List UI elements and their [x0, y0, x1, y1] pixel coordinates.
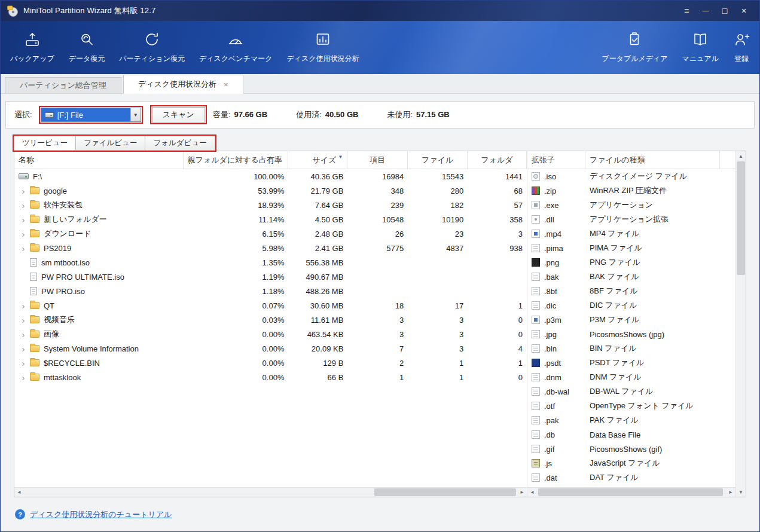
ext-row[interactable]: .dllアプリケーション拡張: [527, 212, 735, 227]
file-type: PIMA ファイル: [585, 241, 720, 255]
expand-chevron-icon[interactable]: ›: [19, 373, 28, 382]
ext-row[interactable]: .pakPAK ファイル: [527, 413, 735, 427]
horizontal-scrollbar-thumb[interactable]: [374, 488, 516, 496]
ext-row[interactable]: .8bf8BF ファイル: [527, 284, 735, 298]
column-header-items[interactable]: 項目: [347, 151, 408, 169]
expand-chevron-icon[interactable]: ›: [19, 230, 28, 239]
tree-row[interactable]: ›视频音乐0.03%11.61 MB330: [14, 313, 527, 327]
vertical-scrollbar-thumb[interactable]: [737, 161, 745, 275]
tree-row[interactable]: F:\100.00%40.36 GB16984155431441: [14, 169, 527, 184]
files-count: 17: [408, 298, 468, 313]
scroll-left-icon[interactable]: ◄: [527, 488, 537, 497]
horizontal-scrollbar-left[interactable]: ◄ ►: [14, 487, 527, 497]
tree-row[interactable]: ›System Volume Information0.00%20.09 KB7…: [14, 341, 527, 356]
toolbar-backup[interactable]: バックアップ: [3, 21, 62, 74]
expand-chevron-icon[interactable]: ›: [19, 301, 28, 310]
tab-close-icon[interactable]: ×: [224, 81, 228, 88]
tab-partition-management[interactable]: パーティション総合管理: [5, 77, 121, 93]
tree-row[interactable]: ›google53.99%21.79 GB34828068: [14, 184, 527, 198]
close-button[interactable]: ×: [734, 3, 753, 19]
ext-row[interactable]: .binBIN ファイル: [527, 341, 735, 356]
tree-row[interactable]: ›mttasklook0.00%66 B110: [14, 370, 527, 384]
ext-row[interactable]: .zipWinRAR ZIP 圧縮文件: [527, 184, 735, 198]
tree-row[interactable]: ›软件安装包18.93%7.64 GB23918257: [14, 198, 527, 212]
scan-button[interactable]: スキャン: [152, 107, 205, 123]
drive-select[interactable]: [F:] File ▼: [41, 108, 141, 122]
scroll-right-icon[interactable]: ►: [517, 488, 527, 497]
ext-row[interactable]: .p3mP3M ファイル: [527, 313, 735, 327]
toolbar-register[interactable]: 登録: [726, 21, 757, 74]
expand-chevron-icon[interactable]: ›: [19, 186, 28, 195]
ext-row[interactable]: .jsJavaScript ファイル: [527, 456, 735, 470]
ext-row[interactable]: .jpgPicosmosShows (jpg): [527, 327, 735, 341]
expand-chevron-icon[interactable]: ›: [19, 359, 28, 368]
column-header-files[interactable]: ファイル: [408, 151, 468, 169]
ext-row[interactable]: .isoディスクイメージ ファイル: [527, 169, 735, 184]
scroll-down-icon[interactable]: ▼: [736, 487, 746, 497]
ext-row[interactable]: .dbData Base File: [527, 427, 735, 442]
tree-row[interactable]: ›PS20195.98%2.41 GB57754837938: [14, 241, 527, 255]
column-header-size[interactable]: サイズ▼: [288, 151, 347, 169]
files-count: 3: [408, 327, 468, 341]
ext-table-body: .isoディスクイメージ ファイル.zipWinRAR ZIP 圧縮文件.exe…: [527, 169, 735, 487]
ext-row[interactable]: .dnmDNM ファイル: [527, 370, 735, 384]
tree-row[interactable]: ›ダウンロード6.15%2.48 GB26233: [14, 227, 527, 241]
tree-row[interactable]: ›sm mtboot.iso1.35%556.38 MB: [14, 255, 527, 270]
generic-file-icon: [532, 287, 540, 295]
toolbar-data-recovery[interactable]: データ復元: [62, 21, 112, 74]
tree-row[interactable]: ›新しいフォルダー11.14%4.50 GB1054810190358: [14, 212, 527, 227]
maximize-button[interactable]: □: [715, 3, 734, 19]
toolbar-manual[interactable]: マニュアル: [675, 21, 726, 74]
combo-dropdown-icon[interactable]: ▼: [130, 108, 141, 121]
ext-row[interactable]: .mp4MP4 ファイル: [527, 227, 735, 241]
tab-disk-usage-analysis[interactable]: ディスク使用状況分析 ×: [123, 75, 243, 94]
ext-row[interactable]: .gifPicosmosShows (gif): [527, 442, 735, 456]
expand-chevron-icon[interactable]: ›: [19, 215, 28, 224]
tab-file-view[interactable]: ファイルビュー: [75, 136, 145, 151]
expand-chevron-icon[interactable]: ›: [19, 244, 28, 253]
ext-row[interactable]: .exeアプリケーション: [527, 198, 735, 212]
tree-row[interactable]: ›PW PRO ULTIMATE.iso1.19%490.67 MB: [14, 270, 527, 284]
tab-tree-view[interactable]: ツリービュー: [14, 136, 75, 151]
unused-value: 57.15 GB: [416, 110, 450, 119]
ext-row[interactable]: .datDAT ファイル: [527, 470, 735, 485]
menu-icon[interactable]: ≡: [677, 3, 696, 19]
column-header-file-type[interactable]: ファイルの種類: [585, 151, 720, 169]
ext-row[interactable]: .psdtPSDT ファイル: [527, 356, 735, 370]
ext-row[interactable]: .db-walDB-WAL ファイル: [527, 384, 735, 399]
ext-row[interactable]: .otfOpenType フォント ファイル: [527, 399, 735, 413]
toolbar-disk-analysis[interactable]: ディスク使用状況分析: [279, 21, 366, 74]
tab-folder-view[interactable]: フォルダビュー: [145, 136, 215, 151]
scroll-right-icon[interactable]: ►: [726, 488, 735, 497]
ext-row[interactable]: .dicDIC ファイル: [527, 298, 735, 313]
ext-row[interactable]: .pimaPIMA ファイル: [527, 241, 735, 255]
horizontal-scrollbar-thumb[interactable]: [538, 488, 723, 496]
column-header-folders[interactable]: フォルダ: [468, 151, 527, 169]
item-size: 40.36 GB: [288, 169, 347, 184]
horizontal-scrollbar-right[interactable]: ◄ ►: [527, 487, 735, 497]
expand-chevron-icon[interactable]: ›: [19, 201, 28, 210]
toolbar-bootable-media[interactable]: ブータブルメディア: [594, 21, 674, 74]
expand-chevron-icon[interactable]: ›: [19, 316, 28, 325]
files-count: 3: [408, 313, 468, 327]
tree-row[interactable]: ›$RECYCLE.BIN0.00%129 B211: [14, 356, 527, 370]
column-header-percent-of-parent[interactable]: 親フォルダに対する占有率: [184, 151, 289, 169]
folder-icon: [30, 302, 39, 309]
scroll-up-icon[interactable]: ▲: [736, 151, 746, 161]
folders-count: 1441: [468, 169, 527, 184]
tree-row[interactable]: ›QT0.07%30.60 MB18171: [14, 298, 527, 313]
tree-row[interactable]: ›画像0.00%463.54 KB330: [14, 327, 527, 341]
scroll-left-icon[interactable]: ◄: [14, 488, 24, 497]
column-header-extension[interactable]: 拡張子: [527, 151, 585, 169]
expand-chevron-icon[interactable]: ›: [19, 344, 28, 353]
column-header-name[interactable]: 名称: [14, 151, 184, 169]
tutorial-link[interactable]: ディスク使用状況分析のチュートリアル: [30, 509, 172, 520]
expand-chevron-icon[interactable]: ›: [19, 330, 28, 339]
tree-row[interactable]: ›PW PRO.iso1.18%488.26 MB: [14, 284, 527, 298]
vertical-scrollbar[interactable]: ▲ ▼: [735, 151, 746, 497]
ext-row[interactable]: .pngPNG ファイル: [527, 255, 735, 270]
toolbar-partition-recovery[interactable]: パーティション復元: [112, 21, 192, 74]
ext-row[interactable]: .bakBAK ファイル: [527, 270, 735, 284]
toolbar-disk-benchmark[interactable]: ディスクベンチマーク: [192, 21, 280, 74]
minimize-button[interactable]: ─: [696, 3, 715, 19]
